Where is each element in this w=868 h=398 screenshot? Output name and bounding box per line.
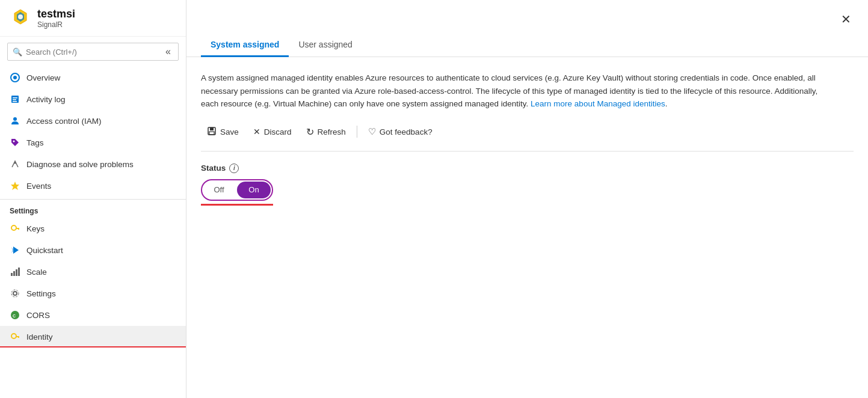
toolbar-divider	[357, 126, 357, 138]
tags-icon	[10, 137, 20, 148]
sidebar-item-access-control-label: Access control (IAM)	[26, 117, 102, 126]
sidebar-item-quickstart[interactable]: Quickstart	[0, 239, 186, 261]
status-label-container: Status i	[201, 164, 854, 173]
svg-rect-28	[210, 127, 214, 130]
collapse-button[interactable]: «	[163, 46, 173, 57]
sidebar-item-scale-label: Scale	[26, 268, 47, 277]
svg-rect-8	[13, 101, 17, 102]
sidebar-item-activity-log[interactable]: Activity log	[0, 88, 186, 110]
toggle-on-option: On	[237, 182, 271, 198]
sidebar-item-access-control[interactable]: Access control (IAM)	[0, 110, 186, 132]
svg-rect-17	[13, 271, 15, 276]
feedback-button[interactable]: ♡ Got feedback?	[362, 123, 439, 141]
main-content: ✕ System assigned User assigned A system…	[186, 0, 868, 398]
svg-rect-19	[18, 268, 20, 276]
svg-rect-15	[18, 228, 19, 230]
sidebar-item-events[interactable]: Events	[0, 175, 186, 197]
nav-section: Overview Activity log Access control (IA…	[0, 67, 186, 197]
svg-rect-6	[13, 97, 17, 99]
sidebar-item-tags-label: Tags	[26, 138, 44, 147]
svg-text:C: C	[13, 314, 16, 318]
sidebar-item-overview-label: Overview	[26, 73, 60, 82]
tabs-container: System assigned User assigned	[186, 34, 868, 57]
overview-icon	[10, 72, 20, 83]
access-control-icon	[10, 115, 20, 126]
toggle-container: Off On	[201, 179, 854, 201]
svg-rect-18	[16, 269, 17, 276]
sidebar-item-cors[interactable]: C CORS	[0, 304, 186, 326]
svg-marker-12	[11, 182, 19, 190]
svg-point-4	[13, 76, 17, 79]
sidebar-item-keys-label: Keys	[26, 224, 45, 233]
save-button[interactable]: Save	[201, 123, 245, 141]
sidebar-header: testmsi SignalR	[0, 0, 186, 37]
search-input[interactable]	[26, 47, 159, 57]
sidebar-item-diagnose-label: Diagnose and solve problems	[26, 160, 134, 169]
sidebar: testmsi SignalR 🔍 « Overview Activity lo…	[0, 0, 186, 398]
description-text: A system assigned managed identity enabl…	[201, 72, 833, 111]
close-button[interactable]: ✕	[839, 10, 854, 29]
feedback-icon: ♡	[368, 126, 376, 137]
scale-icon	[10, 266, 20, 277]
settings-section-label: Settings	[0, 199, 186, 218]
search-icon: 🔍	[13, 47, 22, 57]
status-toggle[interactable]: Off On	[201, 179, 273, 201]
resource-name: testmsi	[37, 8, 75, 20]
sidebar-item-cors-label: CORS	[26, 311, 50, 320]
resource-type: SignalR	[37, 20, 75, 29]
svg-rect-7	[13, 99, 16, 100]
diagnose-icon	[10, 159, 20, 170]
status-info-icon[interactable]: i	[229, 164, 239, 173]
sidebar-search-container: 🔍 «	[7, 43, 179, 61]
sidebar-item-quickstart-label: Quickstart	[26, 246, 63, 255]
cors-icon: C	[10, 310, 20, 320]
svg-point-24	[11, 334, 16, 338]
toolbar: Save ✕ Discard ↻ Refresh ♡ Got feedback?	[201, 123, 854, 152]
sidebar-item-tags[interactable]: Tags	[0, 132, 186, 153]
identity-icon	[10, 331, 20, 342]
sidebar-item-overview[interactable]: Overview	[0, 67, 186, 88]
refresh-icon: ↻	[306, 126, 314, 138]
sidebar-item-events-label: Events	[26, 182, 51, 191]
sidebar-item-activity-log-label: Activity log	[26, 95, 66, 104]
events-icon	[10, 180, 20, 191]
svg-point-20	[13, 292, 17, 295]
toggle-underline	[201, 204, 273, 206]
sidebar-item-diagnose[interactable]: Diagnose and solve problems	[0, 153, 186, 175]
svg-rect-16	[11, 273, 13, 276]
svg-point-21	[11, 290, 19, 297]
discard-button[interactable]: ✕ Discard	[247, 123, 298, 140]
keys-icon	[10, 223, 20, 234]
sidebar-item-scale[interactable]: Scale	[0, 261, 186, 283]
svg-point-9	[13, 117, 17, 121]
settings-nav-section: Keys Quickstart Scale Settings C CORS	[0, 218, 186, 347]
save-icon	[207, 126, 217, 138]
status-section: Status i Off On	[201, 164, 854, 201]
main-header: ✕	[186, 0, 868, 29]
sidebar-item-settings[interactable]: Settings	[0, 283, 186, 304]
tab-system-assigned[interactable]: System assigned	[201, 34, 289, 57]
sidebar-item-keys[interactable]: Keys	[0, 218, 186, 239]
sidebar-item-identity[interactable]: Identity	[0, 326, 186, 347]
svg-point-10	[13, 141, 15, 142]
toggle-off-option: Off	[202, 180, 236, 200]
app-logo	[10, 7, 31, 29]
refresh-button[interactable]: ↻ Refresh	[300, 123, 352, 141]
svg-point-11	[14, 162, 16, 164]
tab-user-assigned[interactable]: User assigned	[289, 34, 362, 57]
quickstart-icon	[10, 245, 20, 256]
svg-rect-26	[18, 336, 19, 338]
settings-icon	[10, 288, 20, 299]
svg-point-2	[18, 14, 23, 19]
resource-title-group: testmsi SignalR	[37, 8, 75, 29]
learn-more-link[interactable]: Learn more about Managed identities	[531, 99, 665, 108]
activity-log-icon	[10, 94, 20, 105]
content-area: A system assigned managed identity enabl…	[186, 57, 868, 398]
sidebar-item-identity-label: Identity	[26, 332, 53, 341]
sidebar-item-settings-label: Settings	[26, 289, 56, 298]
svg-point-13	[11, 225, 16, 230]
discard-icon: ✕	[253, 127, 260, 136]
